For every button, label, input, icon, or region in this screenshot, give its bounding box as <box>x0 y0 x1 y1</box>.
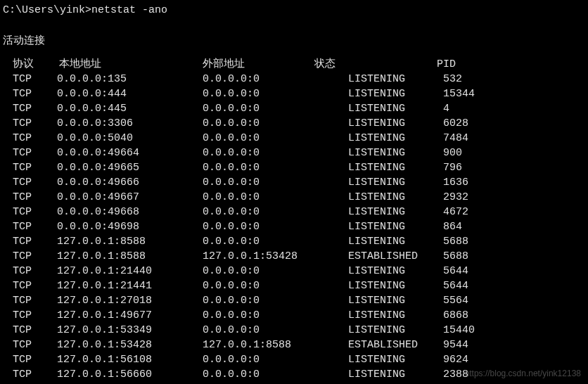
table-row: TCP 127.0.0.1:53349 0.0.0.0:0 LISTENING … <box>3 323 588 338</box>
watermark: https://blog.csdn.net/yink12138 <box>465 368 581 380</box>
table-row: TCP 0.0.0.0:49666 0.0.0.0:0 LISTENING 16… <box>3 175 588 190</box>
table-row: TCP 0.0.0.0:49668 0.0.0.0:0 LISTENING 46… <box>3 205 588 219</box>
table-row: TCP 0.0.0.0:49664 0.0.0.0:0 LISTENING 90… <box>3 146 588 160</box>
table-body: TCP 0.0.0.0:135 0.0.0.0:0 LISTENING 532T… <box>3 72 588 384</box>
netstat-table: 协议 本地地址 外部地址 状态 PID TCP 0.0.0.0:135 0.0.… <box>3 57 588 384</box>
table-row: TCP 127.0.0.1:8588 127.0.0.1:53428 ESTAB… <box>3 249 588 264</box>
command-prompt-line: C:\Users\yink>netstat -ano <box>3 3 588 18</box>
table-row: TCP 0.0.0.0:444 0.0.0.0:0 LISTENING 1534… <box>3 87 588 101</box>
table-row: TCP 0.0.0.0:445 0.0.0.0:0 LISTENING 4 <box>3 101 588 116</box>
table-row: TCP 0.0.0.0:49698 0.0.0.0:0 LISTENING 86… <box>3 219 588 234</box>
table-row: TCP 127.0.0.1:53428 127.0.0.1:8588 ESTAB… <box>3 338 588 352</box>
table-row: TCP 0.0.0.0:49665 0.0.0.0:0 LISTENING 79… <box>3 160 588 175</box>
table-row: TCP 127.0.0.1:27018 0.0.0.0:0 LISTENING … <box>3 293 588 308</box>
table-row: TCP 127.0.0.1:21440 0.0.0.0:0 LISTENING … <box>3 264 588 279</box>
table-row: TCP 127.0.0.1:8588 0.0.0.0:0 LISTENING 5… <box>3 234 588 249</box>
section-title: 活动连接 <box>3 34 588 49</box>
table-row: TCP 0.0.0.0:49667 0.0.0.0:0 LISTENING 29… <box>3 190 588 205</box>
table-row: TCP 0.0.0.0:135 0.0.0.0:0 LISTENING 532 <box>3 72 588 87</box>
table-row: TCP 127.0.0.1:49677 0.0.0.0:0 LISTENING … <box>3 308 588 323</box>
table-row: TCP 0.0.0.0:5040 0.0.0.0:0 LISTENING 748… <box>3 131 588 146</box>
table-header: 协议 本地地址 外部地址 状态 PID <box>3 57 588 72</box>
table-row: TCP 0.0.0.0:3306 0.0.0.0:0 LISTENING 602… <box>3 116 588 131</box>
table-row: TCP 127.0.0.1:21441 0.0.0.0:0 LISTENING … <box>3 279 588 293</box>
blank-line <box>3 18 588 32</box>
table-row: TCP 127.0.0.1:56108 0.0.0.0:0 LISTENING … <box>3 352 588 367</box>
